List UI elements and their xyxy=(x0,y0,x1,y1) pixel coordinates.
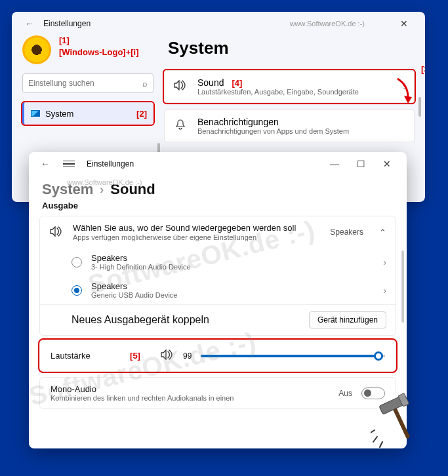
mono-toggle[interactable] xyxy=(361,387,385,399)
card-title-label: Benachrichtigungen xyxy=(197,117,279,127)
radio-selected[interactable] xyxy=(71,285,82,296)
mono-audio-row: Mono-Audio Kombinieren des linken und re… xyxy=(39,377,396,409)
search-input[interactable] xyxy=(28,79,142,88)
speaker-icon xyxy=(49,226,64,239)
chevron-right-icon: › xyxy=(383,285,386,296)
device-subtitle: Generic USB Audio Device xyxy=(91,291,374,299)
annotation-1: [1] xyxy=(59,35,70,45)
annotation-4: [4] xyxy=(232,78,242,88)
watermark-url: www.SoftwareOK.de :-) xyxy=(290,20,365,28)
speaker-icon[interactable] xyxy=(161,349,174,362)
avatar xyxy=(22,35,51,64)
back-button[interactable]: ← xyxy=(35,156,55,172)
back-button[interactable]: ← xyxy=(20,16,39,31)
card-subtitle: Benachrichtigungen von Apps und dem Syst… xyxy=(197,127,406,135)
output-device-panel: Wählen Sie aus, wo der Sound wiedergegeb… xyxy=(39,216,396,336)
titlebar: ← Einstellungen — ☐ ✕ xyxy=(29,152,407,176)
annotation-3: [3] xyxy=(421,64,425,74)
pair-new-device: Neues Ausgabegerät koppeln Gerät hinzufü… xyxy=(40,304,396,335)
page-title: System xyxy=(168,38,415,58)
device-title: Speakers xyxy=(91,253,374,263)
hamburger-button[interactable] xyxy=(63,161,75,168)
close-button[interactable]: ✕ xyxy=(391,18,417,29)
panel-selected-value: Speakers xyxy=(330,228,363,237)
sidebar: [1] [Windows-Logo]+[i] ⌕ System [2] xyxy=(22,35,153,149)
radio-unselected[interactable] xyxy=(71,257,82,268)
mono-title: Mono-Audio xyxy=(51,384,329,394)
panel-title: Wählen Sie aus, wo der Sound wiedergegeb… xyxy=(73,223,321,233)
pair-label: Neues Ausgabegerät koppeln xyxy=(71,314,209,326)
volume-value: 99 xyxy=(183,351,192,361)
sidebar-item-system[interactable]: System [2] xyxy=(22,102,153,125)
device-row-2[interactable]: Speakers Generic USB Audio Device › xyxy=(40,276,396,304)
annotation-5: [5] xyxy=(119,351,152,361)
device-row-1[interactable]: Speakers 3- High Definition Audio Device… xyxy=(40,248,396,276)
device-title: Speakers xyxy=(91,281,374,291)
device-subtitle: 3- High Definition Audio Device xyxy=(91,263,374,271)
close-button[interactable]: ✕ xyxy=(374,159,400,169)
window-title: Einstellungen xyxy=(43,19,91,28)
chevron-up-icon: ⌃ xyxy=(379,228,386,237)
annotation-2: [2] xyxy=(136,109,147,119)
card-title-label: Sound xyxy=(197,77,224,88)
slider-thumb[interactable] xyxy=(374,351,383,361)
search-input-wrap[interactable]: ⌕ xyxy=(22,73,153,93)
annotation-1-hint: [Windows-Logo]+[i] xyxy=(59,47,139,57)
section-output-label: Ausgabe xyxy=(29,199,407,216)
bell-icon xyxy=(173,119,188,133)
watermark-url: www.SoftwareOK.de :-) xyxy=(67,178,142,186)
content-scrollbar[interactable] xyxy=(401,250,404,323)
content-area: System Sound [4] Lautstärkestufen, Ausga… xyxy=(164,35,415,149)
monitor-icon xyxy=(31,110,40,117)
volume-row: Lautstärke [5] 99 xyxy=(39,340,396,372)
profile-block: [1] [Windows-Logo]+[i] xyxy=(22,35,153,64)
settings-window-sound: ← Einstellungen — ☐ ✕ www.SoftwareOK.de … xyxy=(29,152,407,448)
toggle-state-label: Aus xyxy=(338,389,352,398)
minimize-button[interactable]: — xyxy=(321,159,348,169)
svg-marker-0 xyxy=(404,96,412,104)
window-title: Einstellungen xyxy=(87,159,134,169)
annotation-3-arrow xyxy=(395,77,412,104)
sidebar-item-label: System xyxy=(45,109,73,119)
maximize-button[interactable]: ☐ xyxy=(348,159,374,169)
mono-subtitle: Kombinieren des linken und rechten Audio… xyxy=(51,394,329,402)
card-sound[interactable]: Sound [4] Lautstärkestufen, Ausgabe, Ein… xyxy=(164,70,415,103)
speaker-icon xyxy=(173,80,188,93)
titlebar: ← Einstellungen www.SoftwareOK.de :-) ✕ xyxy=(12,12,425,35)
output-panel-header[interactable]: Wählen Sie aus, wo der Sound wiedergegeb… xyxy=(40,216,396,248)
search-icon: ⌕ xyxy=(142,79,148,89)
panel-subtitle: Apps verfügen möglicherweise über eigene… xyxy=(73,233,321,241)
volume-label: Lautstärke xyxy=(51,351,110,361)
chevron-right-icon: › xyxy=(383,257,386,268)
card-subtitle: Lautstärkestufen, Ausgabe, Eingabe, Soun… xyxy=(197,88,394,96)
card-notifications[interactable]: Benachrichtigungen Benachrichtigungen vo… xyxy=(164,109,415,142)
add-device-button[interactable]: Gerät hinzufügen xyxy=(309,311,386,328)
volume-slider[interactable] xyxy=(201,355,385,357)
content-scrollbar[interactable] xyxy=(418,97,421,117)
